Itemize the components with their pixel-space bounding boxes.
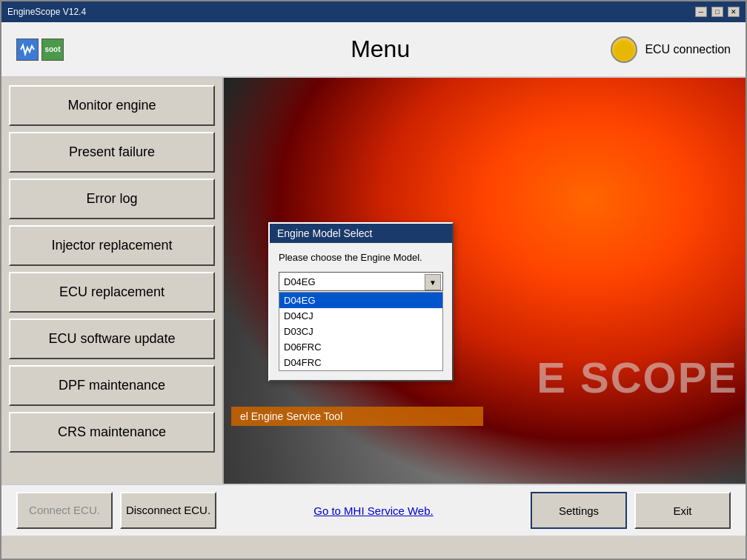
sidebar-item-error-log[interactable]: Error log bbox=[9, 179, 215, 219]
dropdown-option-d03cj[interactable]: D03CJ bbox=[279, 324, 442, 339]
sidebar-item-monitor-engine[interactable]: Monitor engine bbox=[9, 85, 215, 126]
footer-center: Go to MHI Service Web. bbox=[216, 504, 531, 517]
disconnect-ecu-button[interactable]: Disconnect ECU. bbox=[120, 492, 216, 529]
titlebar: EngineScope V12.4 ─ □ ✕ bbox=[1, 1, 746, 22]
dropdown-list: D04EG D04CJ D03CJ D06FRC D04FRC bbox=[279, 292, 443, 371]
dropdown-option-d04eg[interactable]: D04EG bbox=[279, 293, 442, 308]
connect-ecu-button[interactable]: Connect ECU. bbox=[16, 492, 113, 529]
dialog-title: Engine Model Select bbox=[270, 224, 452, 243]
select-value: D04EG bbox=[279, 276, 320, 287]
ecu-indicator bbox=[611, 36, 637, 63]
footer: Connect ECU. Disconnect ECU. Go to MHI S… bbox=[1, 484, 746, 536]
dialog-prompt: Please choose the Engine Model. bbox=[279, 252, 443, 263]
dropdown-arrow-icon[interactable]: ▼ bbox=[425, 274, 441, 290]
sidebar: Monitor engine Present failure Error log… bbox=[1, 78, 224, 484]
soot-icon[interactable]: soot bbox=[42, 39, 64, 61]
header: soot Menu ECU connection bbox=[1, 22, 746, 78]
page-title: Menu bbox=[150, 36, 611, 63]
window-title: EngineScope V12.4 bbox=[7, 7, 86, 17]
engine-model-dialog: Engine Model Select Please choose the En… bbox=[268, 222, 454, 381]
settings-button[interactable]: Settings bbox=[531, 492, 627, 529]
dropdown-option-d04frc[interactable]: D04FRC bbox=[279, 355, 442, 370]
sidebar-item-dpf-maintenance[interactable]: DPF maintenance bbox=[9, 365, 215, 406]
main-content: Monitor engine Present failure Error log… bbox=[1, 78, 746, 484]
window-controls: ─ □ ✕ bbox=[695, 7, 740, 17]
model-select-wrapper: D04EG ▼ D04EG D04CJ D03CJ D06FRC D04FRC bbox=[279, 272, 443, 371]
background-area: E SCOPE el Engine Service Tool Engine Mo… bbox=[224, 78, 746, 484]
footer-right: Settings Exit bbox=[531, 492, 731, 529]
dropdown-option-d04cj[interactable]: D04CJ bbox=[279, 308, 442, 324]
select-display[interactable]: D04EG ▼ bbox=[279, 272, 443, 291]
waveform-icon[interactable] bbox=[16, 39, 39, 61]
exit-button[interactable]: Exit bbox=[634, 492, 731, 529]
ecu-status: ECU connection bbox=[611, 36, 731, 63]
dialog-body: Please choose the Engine Model. D04EG ▼ … bbox=[270, 243, 452, 380]
dropdown-option-d06frc[interactable]: D06FRC bbox=[279, 339, 442, 355]
ecu-connection-label: ECU connection bbox=[645, 43, 731, 56]
close-button[interactable]: ✕ bbox=[728, 7, 740, 17]
footer-left: Connect ECU. Disconnect ECU. bbox=[16, 492, 216, 529]
scope-text: E SCOPE bbox=[537, 353, 738, 402]
minimize-button[interactable]: ─ bbox=[695, 7, 707, 17]
sidebar-item-ecu-software-update[interactable]: ECU software update bbox=[9, 319, 215, 359]
maximize-button[interactable]: □ bbox=[711, 7, 723, 17]
sidebar-item-crs-maintenance[interactable]: CRS maintenance bbox=[9, 412, 215, 453]
sidebar-item-injector-replacement[interactable]: Injector replacement bbox=[9, 225, 215, 266]
mhi-service-link[interactable]: Go to MHI Service Web. bbox=[313, 504, 433, 517]
sidebar-item-present-failure[interactable]: Present failure bbox=[9, 132, 215, 173]
scope-banner: el Engine Service Tool bbox=[231, 407, 483, 426]
sidebar-item-ecu-replacement[interactable]: ECU replacement bbox=[9, 272, 215, 313]
